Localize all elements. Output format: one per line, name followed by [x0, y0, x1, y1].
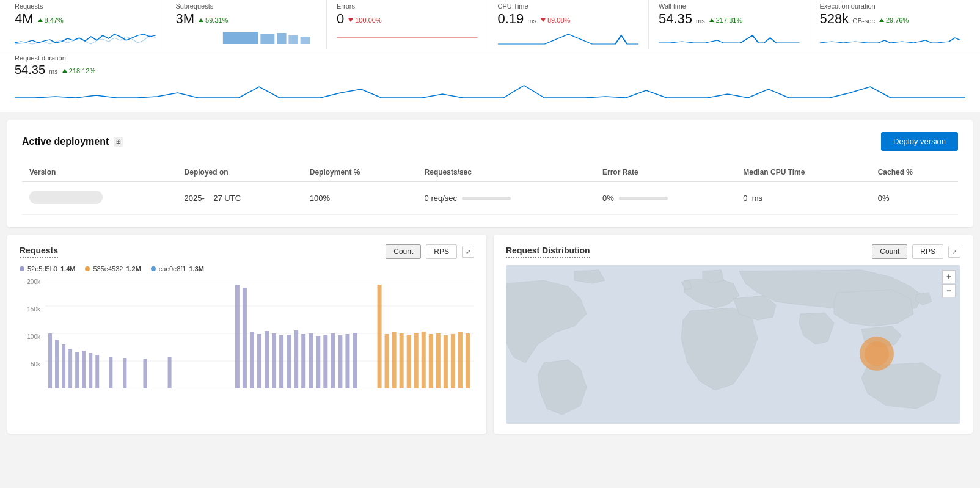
svg-rect-31 — [294, 330, 298, 388]
cpu-time-value: 0.19 — [498, 11, 524, 27]
svg-rect-32 — [301, 334, 305, 388]
active-deployment-section: Active deployment ⊞ Deploy version Versi… — [7, 120, 973, 227]
svg-rect-34 — [316, 336, 320, 388]
execution-duration-sparkline — [820, 29, 961, 46]
svg-rect-43 — [400, 333, 404, 388]
svg-rect-11 — [48, 333, 52, 388]
info-icon[interactable]: ⊞ — [114, 137, 123, 147]
error-bar — [619, 197, 668, 200]
svg-rect-51 — [458, 332, 463, 388]
distribution-chart-header: Request Distribution Count RPS ⤢ — [506, 244, 960, 259]
deployment-table: Version Deployed on Deployment % Request… — [22, 163, 958, 215]
execution-duration-change: 29.76% — [879, 16, 909, 24]
svg-rect-14 — [68, 349, 72, 388]
requests-value: 4M — [15, 11, 34, 27]
bar-chart-svg — [45, 279, 474, 388]
deployment-pct-cell: 100% — [302, 182, 417, 215]
zoom-out-button[interactable]: − — [942, 284, 956, 297]
svg-rect-45 — [414, 333, 419, 388]
svg-rect-37 — [338, 335, 342, 388]
table-row: 2025- 27 UTC 100% 0 req/sec 0% — [22, 182, 958, 215]
requests-chart-title: Requests — [20, 246, 58, 258]
down-arrow-icon — [540, 17, 546, 23]
map-zoom-controls: + − — [942, 270, 956, 297]
top-metrics-row: Requests 4M 8.47% Subrequests 3M 59.31% — [0, 0, 980, 49]
svg-rect-52 — [466, 333, 470, 388]
execution-duration-metric: Execution duration 528k GB-sec 29.76% — [820, 0, 971, 49]
svg-rect-25 — [250, 332, 254, 388]
svg-rect-24 — [243, 288, 247, 388]
section-header: Active deployment ⊞ Deploy version — [22, 132, 958, 151]
deploy-version-button[interactable]: Deploy version — [881, 132, 958, 151]
svg-rect-19 — [109, 357, 112, 388]
svg-rect-22 — [168, 357, 172, 388]
svg-rect-23 — [235, 285, 240, 388]
error-rate-cell: 0% — [595, 182, 736, 215]
legend-label-3: cac0e8f1 — [159, 265, 186, 272]
up-arrow-icon — [62, 68, 68, 74]
svg-rect-27 — [265, 331, 269, 388]
legend-item-2: 535e4532 1.2M — [85, 265, 141, 272]
request-duration-label: Request duration — [15, 54, 965, 62]
version-cell — [22, 182, 177, 215]
svg-rect-15 — [75, 352, 79, 388]
requests-sparkline — [15, 29, 156, 46]
col-error-rate: Error Rate — [595, 163, 736, 182]
zoom-in-button[interactable]: + — [942, 270, 956, 283]
map-svg — [506, 265, 960, 424]
requests-metric: Requests 4M 8.47% — [0, 0, 166, 49]
svg-rect-47 — [429, 334, 433, 388]
cpu-time-label: CPU Time — [498, 2, 639, 10]
requests-bar — [462, 197, 511, 200]
legend-label-2: 535e4532 — [93, 265, 123, 272]
deployed-on-cell: 2025- 27 UTC — [177, 182, 302, 215]
errors-change: 100.00% — [348, 16, 381, 24]
svg-rect-4 — [300, 37, 309, 44]
expand-icon[interactable]: ⤢ — [462, 246, 474, 258]
legend-item-3: cac0e8f1 1.3M — [151, 265, 204, 272]
up-arrow-icon — [37, 17, 43, 23]
y-axis: 200k 150k 100k 50k — [20, 279, 43, 388]
up-arrow-icon — [709, 17, 715, 23]
subrequests-metric: Subrequests 3M 59.31% — [176, 0, 327, 49]
dist-expand-icon[interactable]: ⤢ — [948, 246, 960, 258]
dist-count-tab[interactable]: Count — [872, 244, 907, 259]
svg-rect-41 — [385, 334, 389, 388]
legend-value-2: 1.2M — [126, 265, 141, 272]
wall-time-label: Wall time — [659, 2, 800, 10]
legend-value-1: 1.4M — [60, 265, 75, 272]
svg-point-55 — [865, 341, 889, 366]
svg-rect-30 — [287, 335, 291, 388]
svg-rect-33 — [309, 333, 313, 388]
subrequests-change: 59.31% — [198, 16, 228, 24]
rps-tab-button[interactable]: RPS — [426, 244, 457, 259]
errors-sparkline — [337, 29, 478, 46]
col-median-cpu: Median CPU Time — [736, 163, 870, 182]
svg-rect-29 — [279, 335, 283, 388]
svg-rect-39 — [353, 333, 357, 388]
cpu-sparkline — [498, 29, 639, 46]
version-pill — [29, 191, 103, 204]
count-tab-button[interactable]: Count — [386, 244, 421, 259]
svg-rect-2 — [277, 33, 286, 44]
request-duration-value: 54.35 — [15, 63, 45, 77]
legend-value-3: 1.3M — [189, 265, 204, 272]
requests-sec-cell: 0 req/sec — [417, 182, 595, 215]
svg-rect-50 — [451, 334, 455, 388]
wall-time-value: 54.35 — [659, 11, 692, 27]
up-arrow-icon — [879, 17, 885, 23]
chart-legend: 52e5d5b0 1.4M 535e4532 1.2M cac0e8f1 1.3… — [20, 265, 474, 272]
dist-rps-tab[interactable]: RPS — [912, 244, 943, 259]
errors-label: Errors — [337, 2, 478, 10]
svg-rect-36 — [331, 333, 335, 388]
section-title: Active deployment ⊞ — [22, 136, 123, 147]
wall-time-sparkline — [659, 29, 800, 46]
svg-rect-0 — [222, 32, 258, 44]
legend-dot-1 — [20, 266, 24, 271]
cpu-time-unit: ms — [527, 17, 536, 24]
requests-change: 8.47% — [37, 16, 64, 24]
svg-rect-35 — [323, 335, 327, 388]
col-deployed-on: Deployed on — [177, 163, 302, 182]
request-duration-unit: ms — [49, 68, 58, 75]
requests-chart-header: Requests Count RPS ⤢ — [20, 244, 474, 259]
